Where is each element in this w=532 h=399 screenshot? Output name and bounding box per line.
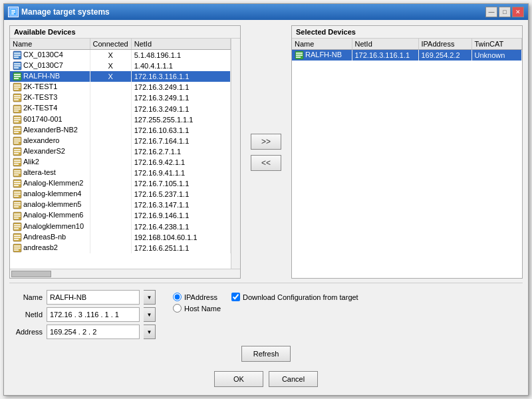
netid-dropdown-btn[interactable]: ▼ <box>144 307 156 322</box>
address-row: Address ▼ <box>9 325 156 339</box>
available-device-row[interactable]: analog-klemmen4 172.16.5.237.1.1 <box>10 189 231 200</box>
svg-rect-35 <box>14 132 19 133</box>
svg-rect-17 <box>14 84 21 86</box>
avail-device-connected <box>90 125 131 136</box>
svg-rect-62 <box>14 204 21 205</box>
svg-rect-73 <box>14 235 21 236</box>
svg-rect-30 <box>14 119 21 120</box>
svg-rect-25 <box>14 106 21 108</box>
svg-rect-53 <box>14 181 21 182</box>
available-device-row[interactable]: 2K-TEST4 172.16.3.249.1.1 <box>10 103 231 114</box>
avail-device-name: Analogklemmen10 <box>10 221 90 232</box>
name-dropdown-btn[interactable]: ▼ <box>144 290 156 305</box>
available-device-row[interactable]: andreasb2 172.16.6.251.1.1 <box>10 243 231 253</box>
avail-device-netid: 172.16.4.238.1.1 <box>131 221 230 232</box>
available-device-row[interactable]: 601740-001 127.255.255.1.1.1 <box>10 114 231 125</box>
name-label: Name <box>9 293 43 301</box>
backward-button[interactable]: << <box>251 155 281 171</box>
avail-device-name: alexandero <box>10 136 90 146</box>
available-devices-table: Name Connected NetId CX_0130C4 <box>10 39 231 253</box>
window-content: Available Devices Name Connected NetId <box>4 20 528 395</box>
host-name-radio-row: Host Name <box>173 304 221 313</box>
available-device-row[interactable]: 2K-TEST1 172.16.3.249.1.1 <box>10 82 231 92</box>
avail-col-name: Name <box>10 39 90 50</box>
address-dropdown-btn[interactable]: ▼ <box>144 325 156 339</box>
svg-rect-19 <box>14 88 19 90</box>
ip-address-radio[interactable] <box>173 293 182 301</box>
selected-device-row[interactable]: RALFH-NB 172.16.3.116.1.1 169.254.2.2 Un… <box>292 50 522 61</box>
maximize-button[interactable]: □ <box>499 7 511 17</box>
avail-device-netid: 172.16.9.146.1.1 <box>131 210 230 221</box>
svg-rect-71 <box>14 228 19 229</box>
close-button[interactable]: ✕ <box>512 7 524 17</box>
available-device-row[interactable]: alexandero 172.16.7.164.1.1 <box>10 136 231 146</box>
avail-device-connected <box>90 92 131 103</box>
available-device-row[interactable]: CX_0130C4 X 5.1.48.196.1.1 <box>10 50 231 61</box>
avail-device-netid: 172.16.3.116.1.1 <box>131 71 230 82</box>
name-input[interactable] <box>47 290 140 305</box>
available-device-row[interactable]: AlexanderS2 172.16.2.7.1.1 <box>10 146 231 157</box>
avail-device-netid: 172.16.9.42.1.1 <box>131 157 230 168</box>
host-name-radio[interactable] <box>173 304 182 313</box>
avail-device-netid: 172.16.7.164.1.1 <box>131 136 230 146</box>
forward-button[interactable]: >> <box>251 134 281 150</box>
device-icon <box>13 82 22 92</box>
svg-rect-29 <box>14 117 21 118</box>
svg-rect-34 <box>14 130 21 131</box>
available-device-row[interactable]: Analog-Klemmen2 172.16.7.105.1.1 <box>10 178 231 189</box>
svg-rect-9 <box>14 63 21 65</box>
svg-rect-41 <box>14 149 21 150</box>
avail-device-connected: X <box>90 61 131 71</box>
avail-device-name: altera-test <box>10 168 90 178</box>
download-config-checkbox[interactable] <box>231 293 240 301</box>
minimize-button[interactable]: — <box>485 7 497 17</box>
selected-devices-title: Selected Devices <box>292 26 522 39</box>
svg-rect-39 <box>14 142 19 144</box>
svg-rect-69 <box>14 224 21 225</box>
device-icon <box>13 126 22 135</box>
device-icon <box>13 168 22 178</box>
available-devices-table-wrapper: Name Connected NetId CX_0130C4 <box>10 39 240 269</box>
svg-rect-74 <box>14 237 21 238</box>
device-icon <box>13 104 22 114</box>
available-devices-title: Available Devices <box>10 26 240 39</box>
available-device-row[interactable]: CX_0130C7 X 1.40.4.1.1.1 <box>10 61 231 71</box>
refresh-row: Refresh <box>9 343 523 364</box>
svg-rect-79 <box>14 249 19 251</box>
svg-rect-26 <box>14 108 21 110</box>
available-device-row[interactable]: 2K-TEST3 172.16.3.249.1.1 <box>10 92 231 103</box>
available-device-row[interactable]: AlexanderB-NB2 172.16.10.63.1.1 <box>10 125 231 136</box>
avail-device-name: 2K-TEST1 <box>10 82 90 92</box>
svg-rect-66 <box>14 215 21 217</box>
selected-devices-table-wrapper: Name NetId IPAddress TwinCAT <box>292 39 522 278</box>
sel-col-twincat: TwinCAT <box>471 39 522 50</box>
svg-rect-2 <box>11 12 15 13</box>
avail-device-netid: 172.16.5.237.1.1 <box>131 189 230 200</box>
available-device-row[interactable]: altera-test 172.16.9.41.1.1 <box>10 168 231 178</box>
available-device-row[interactable]: RALFH-NB X 172.16.3.116.1.1 <box>10 71 231 82</box>
address-type-options: IPAddress Host Name <box>173 293 221 313</box>
available-device-row[interactable]: Analogklemmen10 172.16.4.238.1.1 <box>10 221 231 232</box>
svg-rect-81 <box>296 53 303 54</box>
available-device-row[interactable]: AndreasB-nb 192.168.104.60.1.1 <box>10 232 231 243</box>
available-device-row[interactable]: analog-klemmen5 172.16.3.147.1.1 <box>10 200 231 210</box>
avail-device-name: AlexanderS2 <box>10 146 90 157</box>
svg-rect-13 <box>14 74 21 75</box>
available-scrollbar[interactable] <box>231 39 240 269</box>
avail-device-netid: 172.16.3.249.1.1 <box>131 103 230 114</box>
address-input[interactable] <box>47 325 140 339</box>
available-device-row[interactable]: Analog-Klemmen6 172.16.9.146.1.1 <box>10 210 231 221</box>
selected-devices-table-container[interactable]: Name NetId IPAddress TwinCAT <box>292 39 522 278</box>
available-device-row[interactable]: Alik2 172.16.9.42.1.1 <box>10 157 231 168</box>
svg-rect-57 <box>14 192 21 193</box>
device-icon <box>295 51 304 60</box>
ok-button[interactable]: OK <box>214 371 263 387</box>
refresh-button[interactable]: Refresh <box>241 346 291 362</box>
cancel-button[interactable]: Cancel <box>269 371 318 387</box>
available-devices-table-container[interactable]: Name Connected NetId CX_0130C4 <box>10 39 231 269</box>
available-hscroll[interactable] <box>10 269 240 278</box>
svg-rect-11 <box>14 67 19 68</box>
svg-rect-83 <box>296 57 301 58</box>
netid-input[interactable] <box>47 307 140 322</box>
device-icon <box>13 93 22 102</box>
